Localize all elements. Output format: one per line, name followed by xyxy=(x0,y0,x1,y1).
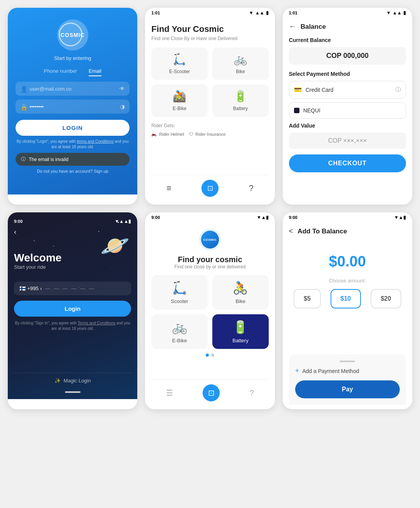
amount-10[interactable]: $10 xyxy=(331,289,361,308)
vehicle-card2-ebike[interactable]: 🚲 E-Bike xyxy=(151,314,208,349)
amount-20[interactable]: $20 xyxy=(371,289,401,308)
ebike-label2: E-Bike xyxy=(172,338,187,343)
credit-card-option[interactable]: 💳 Credit Card ⓘ xyxy=(289,81,406,98)
escooter-icon: 🛴 xyxy=(173,53,186,66)
country-code-selector[interactable]: 🇫🇮 +995 › xyxy=(19,286,42,291)
dot-inactive xyxy=(211,354,214,357)
battery-label: Battery xyxy=(233,106,248,111)
status-bar-5: 9:00 ▼▲▮ xyxy=(145,212,275,222)
flag-icon: 🇫🇮 xyxy=(19,286,26,291)
login-tabs: Phone number Email xyxy=(44,68,102,76)
time-4: 9:00 xyxy=(14,219,23,224)
nequi-label: NEQUI xyxy=(303,107,401,114)
time-6: 9:00 xyxy=(289,215,298,220)
menu-icon[interactable]: ≡ xyxy=(166,183,172,193)
wifi-icon-3: ▲▲ xyxy=(392,10,402,16)
error-banner: ⓘ The email is invalid xyxy=(16,153,130,166)
password-input[interactable] xyxy=(30,104,120,110)
email-input[interactable] xyxy=(30,86,119,92)
signal-icon-6: ▼▲▮ xyxy=(394,215,406,220)
status-icons-6: ▼▲▮ xyxy=(394,215,406,220)
bottom-nav-5: ☰ ⊡ ? xyxy=(151,379,268,403)
password-input-group: 🔒 ◑ xyxy=(16,100,130,114)
checkout-button[interactable]: CHECKOUT xyxy=(289,154,406,172)
bike-label2: Bike xyxy=(236,298,245,304)
cosmic-logo-text: COSMIC xyxy=(61,32,85,38)
signal-icon: ▼ xyxy=(249,10,254,16)
status-icons-4: ▼▲▲▮ xyxy=(115,219,131,224)
credit-card-label: Credit Card xyxy=(306,87,392,93)
find-title: Find Your Cosmic xyxy=(151,24,268,34)
find2-title: Find your cosmic xyxy=(178,255,242,264)
screen-welcome: 9:00 ▼▲▲▮ ‹ 🪐 Welcome Start your ride 🇫🇮… xyxy=(8,212,137,399)
cosmic-logo2: COSMIC xyxy=(199,229,221,250)
magic-icon: ✨ xyxy=(54,378,61,384)
cosmic-logo: COSMIC xyxy=(57,19,88,51)
vehicle-card-bike[interactable]: 🚲 Bike xyxy=(212,47,269,80)
welcome-back-btn[interactable]: ‹ xyxy=(14,228,131,236)
pay-button[interactable]: Pay xyxy=(295,380,400,398)
back-header: ← Balance xyxy=(289,23,406,31)
vehicle-card-escooter[interactable]: 🛴 E-Scooter xyxy=(151,47,208,80)
vehicle-card-ebike[interactable]: 🚵 E-Bike xyxy=(151,84,208,117)
bike-icon: 🚲 xyxy=(234,53,247,66)
phone-dots: — — — — — — xyxy=(45,286,95,291)
screen-add-balance: < Add To Balance $0.00 Choose amount: $5… xyxy=(283,222,412,409)
add-value-label: Add Value xyxy=(289,123,406,129)
vehicle-grid: 🛴 E-Scooter 🚲 Bike 🚵 E-Bike 🔋 Battery xyxy=(151,47,268,117)
status-icons-3: ▼ ▲▲ ▮ xyxy=(386,10,406,16)
scooter-icon2: 🛴 xyxy=(172,280,187,295)
battery-icon3: 🔋 xyxy=(233,320,248,335)
vehicle-card2-battery[interactable]: 🔋 Battery xyxy=(212,314,269,349)
time-5: 9:00 xyxy=(151,215,160,220)
balance-value: COP 000,000 xyxy=(289,47,406,65)
welcome-login-button[interactable]: Login xyxy=(14,301,131,317)
amount-5[interactable]: $5 xyxy=(294,289,321,308)
add-payment-label: Add a Payment Method xyxy=(302,368,359,374)
credit-card-info-icon[interactable]: ⓘ xyxy=(396,86,401,93)
ebike-icon2: 🚲 xyxy=(172,320,187,335)
welcome-subtitle: Start your ride xyxy=(14,264,131,270)
tab-email[interactable]: Email xyxy=(89,68,102,76)
battery-icon2: 🔋 xyxy=(234,90,247,103)
screen-find2-frame: 9:00 ▼▲▮ COSMIC Find your cosmic Find on… xyxy=(145,212,275,409)
help-icon[interactable]: ? xyxy=(249,183,254,193)
choose-label: Choose amount: xyxy=(289,278,406,284)
vehicle-grid2: 🛴 Scooter 🚴 Bike 🚲 E-Bike 🔋 Battery xyxy=(151,275,268,349)
cop-input[interactable]: COP ×××,××× xyxy=(289,133,406,149)
vehicle-card-battery[interactable]: 🔋 Battery xyxy=(212,84,269,117)
help-icon-5[interactable]: ? xyxy=(249,389,254,398)
status-bar-2: 1:01 ▼ ▲▲ ▮ xyxy=(145,8,275,18)
amount-display: $0.00 xyxy=(289,242,406,278)
menu-icon-5[interactable]: ☰ xyxy=(166,388,173,398)
magic-login-button[interactable]: ✨ Magic Login xyxy=(14,373,131,388)
select-payment-label: Select Payment Method xyxy=(289,71,406,77)
add-payment-section: + Add a Payment Method Pay xyxy=(289,354,406,405)
nequi-option[interactable]: NEQUI xyxy=(289,102,406,119)
helmet-label: Rider Helmet xyxy=(159,132,184,137)
scan-icon[interactable]: ⊡ xyxy=(201,180,219,197)
screen-find: Find Your Cosmic Find one Close By or Ha… xyxy=(145,18,275,205)
terms-link-4[interactable]: Terms and Conditions xyxy=(78,321,116,325)
vehicle-card2-scooter[interactable]: 🛴 Scooter xyxy=(151,275,208,310)
rider-benefits: 🏍️ Rider Helmet 🛡 Rider Insurance xyxy=(151,131,268,137)
tab-phone[interactable]: Phone number xyxy=(44,68,77,76)
signup-link[interactable]: Do not you have an account? Sign up xyxy=(37,169,108,173)
terms-link[interactable]: terms and Conditions xyxy=(77,139,114,144)
nequi-icon xyxy=(294,108,299,113)
add-payment-method-row[interactable]: + Add a Payment Method xyxy=(295,367,400,375)
add-balance-back-btn[interactable]: < xyxy=(289,227,293,235)
signal-icon-4: ▼▲▲▮ xyxy=(115,219,131,224)
vehicle-card2-bike[interactable]: 🚴 Bike xyxy=(212,275,269,310)
login-subtitle: Start by entering xyxy=(54,55,91,61)
toggle-password-icon[interactable]: ◑ xyxy=(120,103,125,110)
time-2: 1:01 xyxy=(151,11,160,15)
back-button[interactable]: ← xyxy=(289,23,296,31)
status-icons-2: ▼ ▲▲ ▮ xyxy=(249,10,269,16)
eye-icon[interactable]: 👁 xyxy=(119,86,125,92)
bike-label: Bike xyxy=(236,69,245,74)
scan-icon-5[interactable]: ⊡ xyxy=(203,384,220,401)
credit-card-icon: 💳 xyxy=(294,86,302,93)
login-button[interactable]: LOGIN xyxy=(16,120,130,136)
status-bar-6: 9:00 ▼▲▮ xyxy=(283,212,412,222)
